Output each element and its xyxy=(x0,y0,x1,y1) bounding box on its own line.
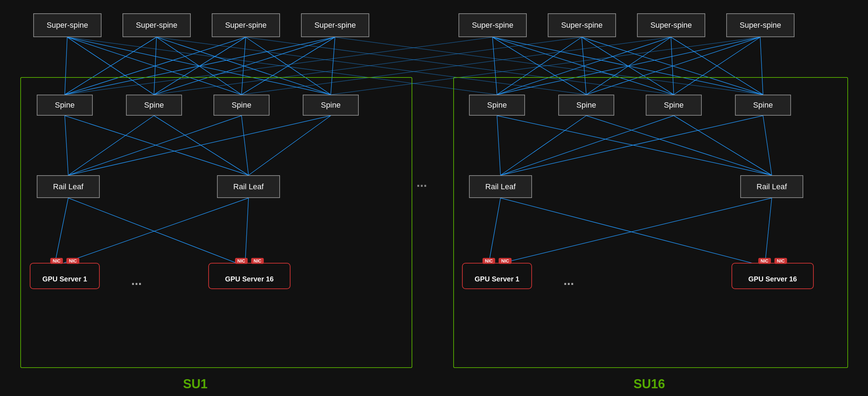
su16-rail-leaf-2: Rail Leaf xyxy=(740,175,803,198)
su16-box xyxy=(453,77,848,368)
su1-gpu16-nic-2: NIC xyxy=(251,258,264,264)
su16-gpu1-nic-row: NIC NIC xyxy=(483,258,512,264)
su1-label: SU1 xyxy=(183,377,208,391)
su1-gpu16-nic-1: NIC xyxy=(235,258,247,264)
su1-rail-leaf-2: Rail Leaf xyxy=(217,175,280,198)
super-spine-1: Super-spine xyxy=(33,13,102,37)
main-container: Super-spine Super-spine Super-spine Supe… xyxy=(0,0,868,396)
su16-gpu-server-16: NIC NIC GPU Server 16 xyxy=(732,263,814,289)
su16-spine-1: Spine xyxy=(469,95,525,116)
su1-spine-1: Spine xyxy=(37,95,93,116)
su1-spine-3: Spine xyxy=(214,95,270,116)
middle-ellipsis: ... xyxy=(416,175,427,190)
super-spine-4: Super-spine xyxy=(301,13,369,37)
su1-box xyxy=(20,77,412,368)
su16-gpu16-nic-1: NIC xyxy=(758,258,771,264)
su16-ellipsis: ... xyxy=(564,273,574,288)
super-spine-2: Super-spine xyxy=(122,13,191,37)
su16-gpu1-nic-2: NIC xyxy=(499,258,511,264)
su1-spine-2: Spine xyxy=(126,95,182,116)
su16-label: SU16 xyxy=(634,377,665,391)
super-spine-8: Super-spine xyxy=(726,13,794,37)
su1-gpu1-nic-1: NIC xyxy=(50,258,63,264)
super-spine-7: Super-spine xyxy=(637,13,705,37)
su16-spine-4: Spine xyxy=(735,95,791,116)
super-spine-5: Super-spine xyxy=(458,13,527,37)
su16-gpu-server-1: NIC NIC GPU Server 1 xyxy=(462,263,532,289)
su1-ellipsis: ... xyxy=(131,273,142,288)
su16-spine-3: Spine xyxy=(646,95,702,116)
su1-gpu16-nic-row: NIC NIC xyxy=(235,258,264,264)
super-spine-6: Super-spine xyxy=(548,13,616,37)
su1-gpu1-nic-row: NIC NIC xyxy=(50,258,79,264)
super-spine-3: Super-spine xyxy=(212,13,280,37)
su16-gpu16-nic-row: NIC NIC xyxy=(758,258,787,264)
su16-gpu1-nic-1: NIC xyxy=(483,258,495,264)
su16-rail-leaf-1: Rail Leaf xyxy=(469,175,532,198)
su1-gpu1-nic-2: NIC xyxy=(66,258,79,264)
su16-gpu16-nic-2: NIC xyxy=(775,258,787,264)
su1-gpu-server-16: NIC NIC GPU Server 16 xyxy=(208,263,290,289)
su1-rail-leaf-1: Rail Leaf xyxy=(37,175,100,198)
su16-spine-2: Spine xyxy=(558,95,614,116)
su1-gpu-server-1: NIC NIC GPU Server 1 xyxy=(30,263,100,289)
su1-spine-4: Spine xyxy=(303,95,359,116)
